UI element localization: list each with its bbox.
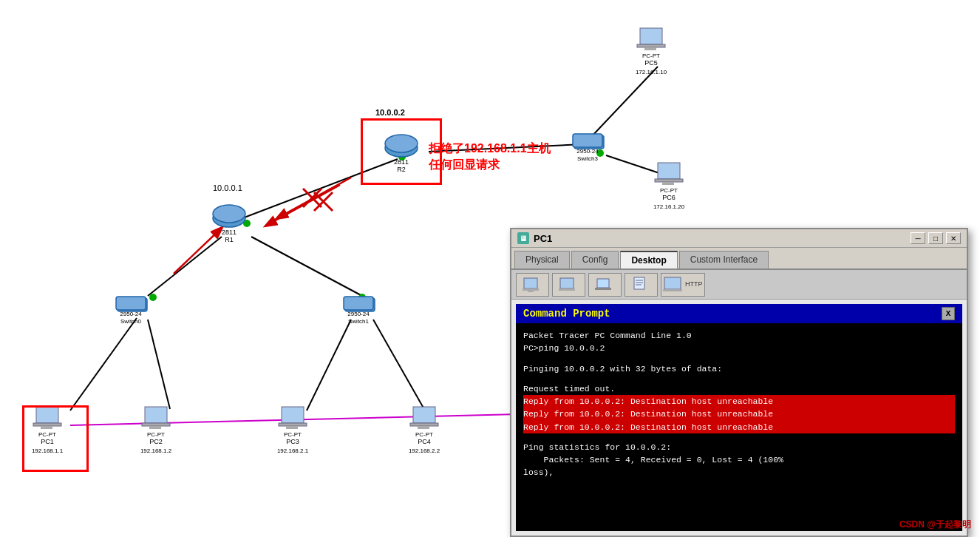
svg-rect-95 [664, 277, 681, 289]
cmd-body[interactable]: Packet Tracer PC Command Line 1.0PC>ping… [516, 323, 962, 531]
window-tabs: Physical Config Desktop Custom Interface [511, 248, 967, 270]
svg-text:PC-PT: PC-PT [284, 431, 302, 438]
svg-text:PC6: PC6 [662, 194, 676, 201]
cmd-line [523, 375, 955, 382]
svg-point-27 [213, 205, 245, 223]
svg-text:PC-PT: PC-PT [415, 431, 433, 438]
svg-rect-70 [282, 407, 304, 423]
svg-rect-88 [559, 288, 575, 291]
toolbar-item-2[interactable] [552, 273, 585, 297]
svg-text:192.168.2.1: 192.168.2.1 [277, 448, 309, 454]
cmd-line: loss), [523, 466, 955, 479]
svg-text:192.168.2.2: 192.168.2.2 [409, 448, 440, 454]
close-button[interactable]: ✕ [946, 232, 961, 244]
svg-rect-71 [279, 423, 307, 426]
toolbar-item-4[interactable] [625, 273, 658, 297]
tab-custom-interface[interactable]: Custom Interface [679, 251, 769, 268]
svg-rect-90 [595, 288, 611, 290]
svg-rect-87 [560, 278, 574, 288]
cmd-line: Ping statistics for 10.0.0.2: [523, 441, 955, 453]
svg-text:2950-24: 2950-24 [120, 311, 142, 317]
svg-text:Switch3: Switch3 [577, 155, 599, 162]
cmd-line: PC>ping 10.0.0.2 [523, 342, 955, 354]
cmd-line: Request timed out. [523, 382, 955, 395]
svg-text:PC2: PC2 [149, 438, 163, 445]
svg-text:10.0.0.1: 10.0.0.1 [213, 183, 242, 192]
window-controls: ─ □ ✕ [911, 232, 961, 244]
svg-point-13 [149, 294, 157, 301]
toolbar-item-5[interactable]: HTTP [661, 273, 705, 297]
svg-rect-66 [149, 426, 161, 429]
tab-physical[interactable]: Physical [514, 251, 570, 268]
svg-text:PC4: PC4 [418, 438, 431, 445]
svg-rect-84 [524, 278, 537, 288]
svg-rect-78 [418, 426, 429, 429]
window-titlebar: 🖥 PC1 ─ □ ✕ [511, 229, 967, 248]
svg-text:PC5: PC5 [644, 59, 658, 67]
svg-rect-76 [413, 407, 435, 423]
svg-text:2811: 2811 [222, 229, 237, 236]
cmd-title: Command Prompt [523, 308, 610, 320]
svg-rect-65 [142, 423, 170, 426]
svg-rect-46 [640, 28, 662, 44]
annotation-text: 拒绝了192.168.1.1主机 任何回显请求 [429, 141, 551, 174]
svg-rect-77 [410, 423, 438, 426]
svg-rect-47 [637, 44, 665, 47]
svg-rect-64 [145, 407, 167, 423]
cmd-line: Pinging 10.0.0.2 with 32 bytes of data: [523, 362, 955, 375]
svg-text:192.168.1.2: 192.168.1.2 [140, 448, 172, 454]
svg-rect-48 [644, 47, 656, 50]
svg-rect-72 [286, 426, 298, 429]
svg-rect-43 [573, 134, 602, 147]
svg-rect-96 [663, 289, 682, 291]
svg-text:172.16.1.10: 172.16.1.10 [636, 69, 667, 75]
svg-text:PC-PT: PC-PT [660, 187, 678, 194]
svg-rect-54 [662, 182, 674, 185]
minimize-button[interactable]: ─ [911, 232, 925, 244]
svg-text:HTTP: HTTP [685, 280, 703, 288]
svg-text:172.16.1.20: 172.16.1.20 [653, 203, 685, 210]
cmd-line [523, 355, 955, 362]
cmd-line [523, 433, 955, 441]
window-content: HTTP Command Prompt X Packet Tracer PC C… [511, 270, 967, 536]
svg-text:Switch1: Switch1 [348, 318, 370, 325]
svg-text:PC-PT: PC-PT [642, 53, 660, 59]
cmd-header: Command Prompt X [516, 304, 962, 323]
annotation-label: 拒绝了192.168.1.1主机 任何回显请求 [429, 142, 551, 171]
toolbar-strip: HTTP [511, 270, 967, 300]
cmd-line: Packet Tracer PC Command Line 1.0 [523, 329, 955, 342]
svg-text:2950-24: 2950-24 [347, 311, 370, 317]
window-icon: 🖥 [517, 232, 529, 244]
svg-text:R1: R1 [225, 236, 234, 243]
svg-rect-91 [634, 277, 644, 289]
svg-rect-85 [523, 288, 539, 291]
svg-text:PC-PT: PC-PT [147, 431, 165, 438]
cmd-line: Reply from 10.0.0.2: Destination host un… [523, 395, 955, 408]
svg-rect-86 [528, 291, 534, 292]
csdn-watermark: CSDN @于起黎明 [899, 519, 971, 531]
pc1-highlight-box [22, 405, 89, 472]
maximize-button[interactable]: □ [928, 232, 943, 244]
svg-rect-35 [116, 297, 146, 310]
svg-text:2950-24: 2950-24 [576, 148, 599, 155]
cmd-line: Packets: Sent = 4, Received = 0, Lost = … [523, 453, 955, 466]
toolbar-item-3[interactable] [588, 273, 622, 297]
svg-rect-39 [344, 297, 373, 310]
svg-rect-53 [655, 179, 683, 182]
cmd-line: Reply from 10.0.0.2: Destination host un… [523, 408, 955, 420]
svg-text:Switch0: Switch0 [120, 318, 142, 325]
window-title-left: 🖥 PC1 [517, 232, 552, 244]
svg-rect-52 [658, 163, 680, 179]
toolbar-item-1[interactable] [516, 273, 549, 297]
window-title: PC1 [534, 233, 552, 244]
tab-config[interactable]: Config [571, 251, 619, 268]
cmd-close-button[interactable]: X [942, 307, 955, 320]
tab-desktop[interactable]: Desktop [620, 251, 677, 268]
svg-text:PC3: PC3 [286, 438, 299, 445]
cmd-line: Reply from 10.0.0.2: Destination host un… [523, 421, 955, 433]
svg-rect-89 [597, 279, 609, 288]
svg-text:10.0.0.2: 10.0.0.2 [375, 108, 405, 117]
pc1-window: 🖥 PC1 ─ □ ✕ Physical Config Desktop Cust… [510, 228, 968, 537]
